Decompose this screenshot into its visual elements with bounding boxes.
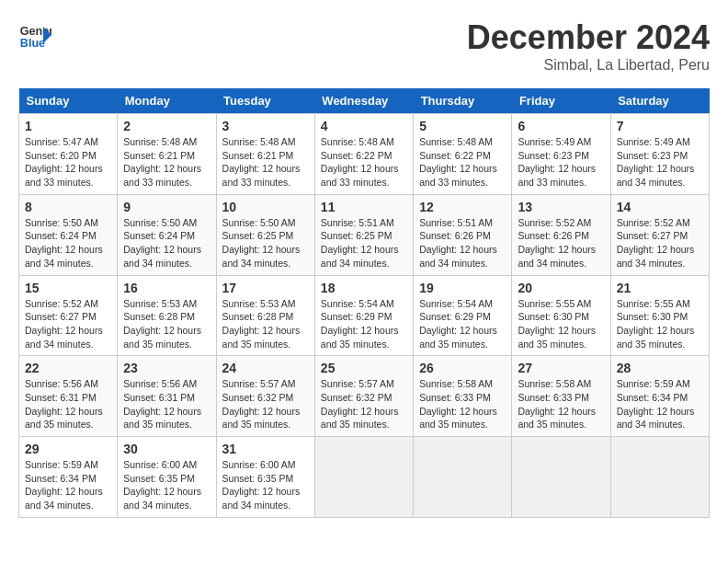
day-info: Sunrise: 5:50 AM Sunset: 6:24 PM Dayligh… xyxy=(123,216,210,270)
page-header: General Blue December 2024 Simbal, La Li… xyxy=(18,18,710,74)
table-row: 15Sunrise: 5:52 AM Sunset: 6:27 PM Dayli… xyxy=(19,275,118,356)
day-number: 14 xyxy=(617,200,703,214)
header-saturday: Saturday xyxy=(610,88,709,114)
day-number: 31 xyxy=(222,442,309,456)
table-row: 14Sunrise: 5:52 AM Sunset: 6:27 PM Dayli… xyxy=(610,194,709,275)
day-info: Sunrise: 5:54 AM Sunset: 6:29 PM Dayligh… xyxy=(321,297,407,351)
table-row xyxy=(414,437,512,518)
day-info: Sunrise: 5:52 AM Sunset: 6:27 PM Dayligh… xyxy=(25,297,111,351)
day-number: 12 xyxy=(419,200,506,214)
day-number: 9 xyxy=(123,200,210,214)
day-info: Sunrise: 5:51 AM Sunset: 6:26 PM Dayligh… xyxy=(419,216,506,270)
day-info: Sunrise: 5:52 AM Sunset: 6:27 PM Dayligh… xyxy=(617,216,703,270)
table-row: 5Sunrise: 5:48 AM Sunset: 6:22 PM Daylig… xyxy=(414,114,512,195)
calendar-header-row: Sunday Monday Tuesday Wednesday Thursday… xyxy=(19,88,710,114)
table-row: 30Sunrise: 6:00 AM Sunset: 6:35 PM Dayli… xyxy=(118,437,216,518)
day-number: 8 xyxy=(25,200,111,214)
table-row: 7Sunrise: 5:49 AM Sunset: 6:23 PM Daylig… xyxy=(610,114,709,195)
header-wednesday: Wednesday xyxy=(314,88,413,114)
table-row: 26Sunrise: 5:58 AM Sunset: 6:33 PM Dayli… xyxy=(414,356,512,437)
day-info: Sunrise: 5:49 AM Sunset: 6:23 PM Dayligh… xyxy=(518,135,604,190)
day-info: Sunrise: 5:49 AM Sunset: 6:23 PM Dayligh… xyxy=(617,135,703,190)
calendar-table: Sunday Monday Tuesday Wednesday Thursday… xyxy=(18,88,710,518)
day-number: 21 xyxy=(617,281,703,295)
header-friday: Friday xyxy=(512,88,610,114)
day-info: Sunrise: 5:48 AM Sunset: 6:21 PM Dayligh… xyxy=(222,135,309,190)
table-row: 20Sunrise: 5:55 AM Sunset: 6:30 PM Dayli… xyxy=(512,275,610,356)
calendar-title: December 2024 xyxy=(467,18,710,57)
day-number: 22 xyxy=(25,361,111,375)
table-row: 21Sunrise: 5:55 AM Sunset: 6:30 PM Dayli… xyxy=(610,275,709,356)
header-sunday: Sunday xyxy=(19,88,118,114)
day-info: Sunrise: 5:55 AM Sunset: 6:30 PM Dayligh… xyxy=(518,297,604,351)
day-number: 16 xyxy=(123,281,210,295)
day-info: Sunrise: 5:48 AM Sunset: 6:21 PM Dayligh… xyxy=(123,135,210,190)
day-number: 4 xyxy=(321,119,407,133)
table-row: 22Sunrise: 5:56 AM Sunset: 6:31 PM Dayli… xyxy=(19,356,118,437)
day-number: 13 xyxy=(518,200,604,214)
day-info: Sunrise: 5:50 AM Sunset: 6:25 PM Dayligh… xyxy=(222,216,309,270)
day-number: 25 xyxy=(321,361,407,375)
day-info: Sunrise: 5:59 AM Sunset: 6:34 PM Dayligh… xyxy=(617,377,703,431)
day-info: Sunrise: 5:50 AM Sunset: 6:24 PM Dayligh… xyxy=(25,216,111,270)
day-number: 1 xyxy=(25,119,111,133)
logo: General Blue xyxy=(18,18,51,52)
table-row: 3Sunrise: 5:48 AM Sunset: 6:21 PM Daylig… xyxy=(216,114,314,195)
day-number: 6 xyxy=(518,119,604,133)
table-row: 28Sunrise: 5:59 AM Sunset: 6:34 PM Dayli… xyxy=(610,356,709,437)
table-row: 6Sunrise: 5:49 AM Sunset: 6:23 PM Daylig… xyxy=(512,114,610,195)
day-info: Sunrise: 5:58 AM Sunset: 6:33 PM Dayligh… xyxy=(419,377,506,431)
day-number: 24 xyxy=(222,361,309,375)
table-row: 25Sunrise: 5:57 AM Sunset: 6:32 PM Dayli… xyxy=(314,356,413,437)
day-info: Sunrise: 5:56 AM Sunset: 6:31 PM Dayligh… xyxy=(123,377,210,431)
day-info: Sunrise: 5:55 AM Sunset: 6:30 PM Dayligh… xyxy=(617,297,703,351)
table-row: 19Sunrise: 5:54 AM Sunset: 6:29 PM Dayli… xyxy=(414,275,512,356)
calendar-week-row: 8Sunrise: 5:50 AM Sunset: 6:24 PM Daylig… xyxy=(19,194,710,275)
day-info: Sunrise: 5:53 AM Sunset: 6:28 PM Dayligh… xyxy=(123,297,210,351)
table-row: 2Sunrise: 5:48 AM Sunset: 6:21 PM Daylig… xyxy=(118,114,216,195)
day-info: Sunrise: 5:59 AM Sunset: 6:34 PM Dayligh… xyxy=(25,458,111,512)
day-number: 7 xyxy=(617,119,703,133)
title-section: December 2024 Simbal, La Libertad, Peru xyxy=(467,18,710,74)
calendar-week-row: 15Sunrise: 5:52 AM Sunset: 6:27 PM Dayli… xyxy=(19,275,710,356)
day-info: Sunrise: 5:48 AM Sunset: 6:22 PM Dayligh… xyxy=(321,135,407,190)
day-number: 18 xyxy=(321,281,407,295)
day-info: Sunrise: 5:47 AM Sunset: 6:20 PM Dayligh… xyxy=(25,135,111,190)
table-row: 23Sunrise: 5:56 AM Sunset: 6:31 PM Dayli… xyxy=(118,356,216,437)
table-row: 29Sunrise: 5:59 AM Sunset: 6:34 PM Dayli… xyxy=(19,437,118,518)
table-row: 31Sunrise: 6:00 AM Sunset: 6:35 PM Dayli… xyxy=(216,437,314,518)
day-number: 10 xyxy=(222,200,309,214)
day-number: 15 xyxy=(25,281,111,295)
table-row: 9Sunrise: 5:50 AM Sunset: 6:24 PM Daylig… xyxy=(118,194,216,275)
day-number: 27 xyxy=(518,361,604,375)
logo-icon: General Blue xyxy=(18,18,51,52)
table-row: 13Sunrise: 5:52 AM Sunset: 6:26 PM Dayli… xyxy=(512,194,610,275)
table-row xyxy=(610,437,709,518)
table-row: 8Sunrise: 5:50 AM Sunset: 6:24 PM Daylig… xyxy=(19,194,118,275)
table-row: 18Sunrise: 5:54 AM Sunset: 6:29 PM Dayli… xyxy=(314,275,413,356)
day-info: Sunrise: 5:58 AM Sunset: 6:33 PM Dayligh… xyxy=(518,377,604,431)
day-number: 28 xyxy=(617,361,703,375)
header-thursday: Thursday xyxy=(414,88,512,114)
table-row: 24Sunrise: 5:57 AM Sunset: 6:32 PM Dayli… xyxy=(216,356,314,437)
day-number: 26 xyxy=(419,361,506,375)
calendar-week-row: 29Sunrise: 5:59 AM Sunset: 6:34 PM Dayli… xyxy=(19,437,710,518)
day-number: 2 xyxy=(123,119,210,133)
table-row: 11Sunrise: 5:51 AM Sunset: 6:25 PM Dayli… xyxy=(314,194,413,275)
day-info: Sunrise: 5:48 AM Sunset: 6:22 PM Dayligh… xyxy=(419,135,506,190)
day-info: Sunrise: 5:52 AM Sunset: 6:26 PM Dayligh… xyxy=(518,216,604,270)
day-info: Sunrise: 5:54 AM Sunset: 6:29 PM Dayligh… xyxy=(419,297,506,351)
table-row: 27Sunrise: 5:58 AM Sunset: 6:33 PM Dayli… xyxy=(512,356,610,437)
table-row xyxy=(314,437,413,518)
table-row: 10Sunrise: 5:50 AM Sunset: 6:25 PM Dayli… xyxy=(216,194,314,275)
day-info: Sunrise: 5:57 AM Sunset: 6:32 PM Dayligh… xyxy=(321,377,407,431)
table-row: 4Sunrise: 5:48 AM Sunset: 6:22 PM Daylig… xyxy=(314,114,413,195)
header-monday: Monday xyxy=(118,88,216,114)
day-number: 19 xyxy=(419,281,506,295)
table-row: 17Sunrise: 5:53 AM Sunset: 6:28 PM Dayli… xyxy=(216,275,314,356)
svg-text:Blue: Blue xyxy=(20,37,45,50)
day-number: 20 xyxy=(518,281,604,295)
table-row: 1Sunrise: 5:47 AM Sunset: 6:20 PM Daylig… xyxy=(19,114,118,195)
calendar-week-row: 1Sunrise: 5:47 AM Sunset: 6:20 PM Daylig… xyxy=(19,114,710,195)
day-number: 23 xyxy=(123,361,210,375)
